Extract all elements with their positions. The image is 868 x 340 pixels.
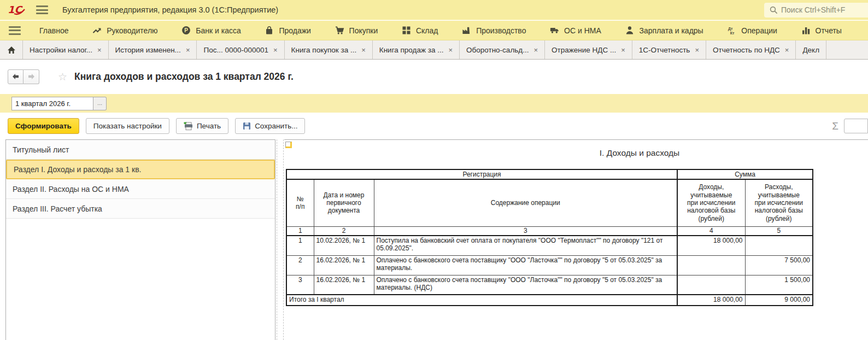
panel-splitter[interactable] — [277, 139, 284, 340]
menu-item-label: Руководителю — [107, 26, 157, 35]
menu-item-proizvodstvo[interactable]: Производство — [462, 26, 526, 35]
menu-item-zarplata-i-kadry[interactable]: Зарплата и кадры — [625, 26, 703, 35]
menu-item-operatsii[interactable]: ДтКтОперации — [727, 26, 777, 35]
menu-item-label: Производство — [476, 26, 526, 35]
print-button[interactable]: Печать — [176, 118, 228, 134]
tab-label: Декл — [802, 46, 819, 54]
sections-menu-icon[interactable] — [9, 26, 21, 35]
period-input[interactable] — [11, 97, 93, 110]
save-button-label: Сохранить... — [255, 122, 297, 130]
menu-item-label: Отчеты — [816, 26, 842, 35]
menu-item-label: Покупки — [349, 26, 378, 35]
section-item-razdel-1[interactable]: Раздел I. Доходы и расходы за 1 кв. — [6, 160, 275, 179]
printer-icon — [184, 122, 193, 131]
tab-otrazhenie-nds[interactable]: Отражение НДС ...× — [545, 40, 632, 59]
generate-button[interactable]: Сформировать — [8, 118, 79, 134]
sum-value-box[interactable] — [844, 119, 868, 133]
column-number-5: 5 — [745, 226, 813, 236]
table-column-numbers-row: 12345 — [286, 226, 813, 236]
tab-kniga-pokupok[interactable]: Книга покупок за ...× — [285, 40, 373, 59]
main-menu-icon[interactable] — [36, 5, 48, 14]
show-settings-button[interactable]: Показать настройки — [86, 118, 169, 134]
menu-item-label: Продажи — [279, 26, 310, 35]
menu-item-label: ОС и НМА — [564, 26, 601, 35]
column-number-1: 1 — [286, 226, 314, 236]
tab-close-icon[interactable]: × — [695, 46, 699, 54]
row-number-cell: 3 — [286, 275, 314, 295]
total-label: Итого за I квартал — [286, 295, 677, 306]
favorite-star-icon[interactable]: ☆ — [58, 72, 67, 82]
trend-up-icon — [92, 26, 102, 35]
section-item-titulnyy-list[interactable]: Титульный лист — [6, 140, 275, 160]
tab-close-icon[interactable]: × — [533, 46, 538, 54]
table-row[interactable]: 216.02.2026, № 1Оплачено с банковского с… — [286, 255, 813, 275]
table-group-header-row: Регистрация Сумма — [286, 169, 813, 179]
tab-deklaratsiya[interactable]: Декл — [796, 40, 826, 59]
section-item-label: Раздел I. Доходы и расходы за 1 кв. — [14, 165, 142, 174]
menu-item-os-i-nma[interactable]: ОС и НМА — [550, 26, 601, 35]
open-windows-tab-bar: Настройки налог...×История изменен...×По… — [0, 40, 868, 60]
tab-close-icon[interactable]: × — [448, 46, 453, 54]
tab-close-icon[interactable]: × — [186, 46, 190, 54]
table-row[interactable]: 316.02.2026, № 1Оплачено с банковского с… — [286, 275, 813, 295]
operation-content-cell: Оплачено с банковского счета поставщику … — [374, 275, 677, 295]
shopping-bag-icon — [265, 26, 274, 35]
svg-text:Р: Р — [184, 27, 188, 33]
section-item-razdel-3[interactable]: Раздел III. Расчет убытка — [6, 199, 275, 219]
section-item-label: Титульный лист — [13, 145, 69, 154]
table-total-row[interactable]: Итого за I квартал 18 000,00 9 000,00 — [286, 295, 813, 306]
tab-home[interactable] — [0, 40, 23, 59]
expense-amount-cell: 1 500,00 — [745, 275, 813, 295]
menu-item-label: Банк и касса — [196, 26, 241, 35]
svg-text:Кт: Кт — [730, 31, 735, 36]
total-expense: 9 000,00 — [745, 295, 813, 306]
period-picker-dots-button[interactable]: ... — [93, 97, 107, 110]
menu-item-label: Зарплата и кадры — [640, 26, 703, 35]
income-amount-cell: 18 000,00 — [677, 236, 745, 255]
save-button[interactable]: Сохранить... — [235, 118, 305, 134]
tab-close-icon[interactable]: × — [97, 46, 102, 54]
menu-item-glavnoe[interactable]: Главное — [39, 26, 69, 35]
tab-kniga-prodazh[interactable]: Книга продаж за ...× — [373, 40, 460, 59]
tab-close-icon[interactable]: × — [273, 46, 278, 54]
active-cell-marker[interactable] — [285, 142, 292, 148]
tab-istoriya-izmeneniy[interactable]: История изменен...× — [109, 40, 197, 59]
tab-close-icon[interactable]: × — [621, 46, 625, 54]
home-icon — [7, 46, 16, 54]
print-button-label: Печать — [197, 122, 221, 130]
tab-otchetnost-po-nds[interactable]: Отчетность по НДС× — [706, 40, 796, 59]
group-header-sum: Сумма — [677, 169, 813, 179]
nav-back-button[interactable] — [8, 69, 24, 84]
tab-1c-otchetnost[interactable]: 1С-Отчетность× — [632, 40, 706, 59]
expense-amount-cell — [745, 236, 813, 255]
menu-item-pokupki[interactable]: Покупки — [335, 26, 378, 35]
nav-forward-button[interactable] — [24, 69, 39, 84]
section-item-label: Раздел II. Расходы на ОС и НМА — [13, 185, 129, 194]
tab-label: Отражение НДС ... — [552, 46, 616, 54]
tab-nastroyki-nalogov[interactable]: Настройки налог...× — [23, 40, 109, 59]
menu-item-otchety[interactable]: Отчеты — [801, 26, 842, 35]
tab-close-icon[interactable]: × — [785, 46, 789, 54]
operation-content-cell: Оплачено с банковского счета поставщику … — [374, 255, 677, 275]
search-placeholder: Поиск Ctrl+Shift+F — [781, 5, 845, 14]
period-strip: ... — [0, 94, 868, 113]
doc-date-number-cell: 16.02.2026, № 1 — [314, 255, 374, 275]
section-item-razdel-2[interactable]: Раздел II. Расходы на ОС и НМА — [6, 179, 275, 199]
svg-text:Дт: Дт — [728, 27, 733, 31]
dt-kt-icon: ДтКт — [727, 26, 736, 35]
tab-close-icon[interactable]: × — [361, 46, 366, 54]
bar-chart-icon — [801, 26, 811, 35]
tab-label: Пос... 0000-000001 — [203, 46, 268, 54]
sum-sigma-icon: Σ — [832, 120, 838, 132]
menu-item-bank-i-kassa[interactable]: РБанк и касса — [181, 26, 241, 35]
tab-postuplenie[interactable]: Пос... 0000-000001× — [197, 40, 284, 59]
column-header-3: Содержание операции — [374, 179, 677, 226]
table-row[interactable]: 110.02.2026, № 1Поступила на банковский … — [286, 236, 813, 255]
column-number-4: 4 — [677, 226, 745, 236]
global-search-input[interactable]: Поиск Ctrl+Shift+F — [764, 3, 868, 17]
tab-oborotno-saldovaya[interactable]: Оборотно-сальд...× — [460, 40, 545, 59]
menu-item-sklad[interactable]: Склад — [402, 26, 438, 35]
menu-item-prodazhi[interactable]: Продажи — [265, 26, 310, 35]
menu-item-rukovoditelyu[interactable]: Руководителю — [92, 26, 157, 35]
report-sections-list: Титульный листРаздел I. Доходы и расходы… — [5, 139, 275, 340]
